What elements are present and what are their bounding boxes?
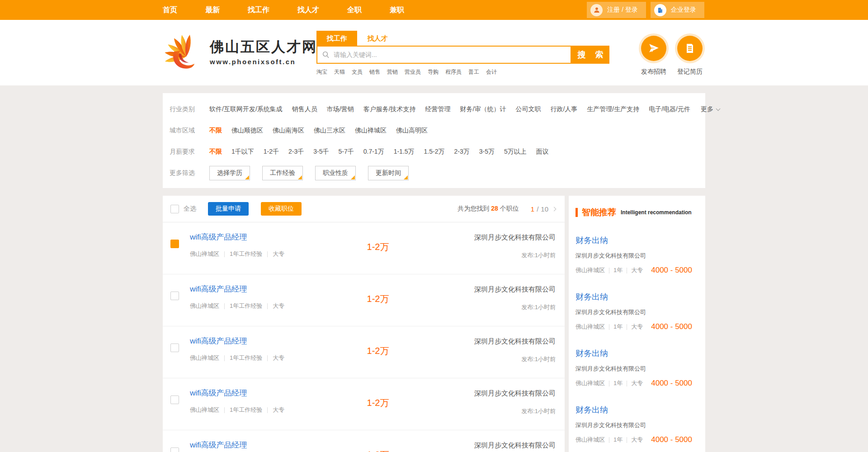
industry-filter-option[interactable]: 客户服务/技术支持 bbox=[363, 105, 416, 113]
recommended-job-company: 深圳月步文化科技有限公司 bbox=[576, 421, 698, 429]
site-logo[interactable]: 佛山五区人才网 www.phoenixsoft.cn bbox=[163, 31, 317, 72]
recommendation-subtitle: Intelligent recommendation bbox=[621, 209, 692, 216]
industry-filter-option[interactable]: 市场/营销 bbox=[327, 105, 354, 113]
job-list-item[interactable]: wifi高级产品经理 佛山禅城区 1年工作经验 大专 1-2万 深圳月步文化科技… bbox=[163, 378, 565, 430]
next-page-button[interactable] bbox=[552, 207, 557, 211]
job-checkbox[interactable] bbox=[170, 292, 179, 300]
tab-find-talent[interactable]: 找人才 bbox=[357, 31, 398, 46]
filter-dropdown[interactable]: 选择学历 bbox=[209, 166, 250, 180]
job-checkbox[interactable] bbox=[170, 396, 179, 404]
recommended-job-title[interactable]: 财务出纳 bbox=[576, 292, 608, 302]
job-experience: 1年工作经验 bbox=[230, 302, 262, 310]
salary-filter-option[interactable]: 1-2千 bbox=[264, 148, 279, 156]
recommended-job-title[interactable]: 财务出纳 bbox=[576, 348, 608, 359]
company-link[interactable]: 深圳月步文化科技有限公司 bbox=[474, 233, 556, 241]
industry-filter-option[interactable]: 行政/人事 bbox=[550, 105, 577, 113]
job-title-link[interactable]: wifi高级产品经理 bbox=[190, 233, 247, 241]
topnav-link[interactable]: 全职 bbox=[347, 5, 362, 15]
industry-filter-option[interactable]: 销售人员 bbox=[292, 105, 317, 113]
salary-filter-option[interactable]: 2-3千 bbox=[288, 148, 304, 156]
job-checkbox[interactable] bbox=[170, 447, 179, 452]
recommended-job-card[interactable]: 财务出纳 深圳月步文化科技有限公司 佛山禅城区 1年 大专 4000 - 500… bbox=[576, 405, 698, 444]
recommended-job-title[interactable]: 财务出纳 bbox=[576, 235, 608, 246]
salary-filter-option[interactable]: 1-1.5万 bbox=[394, 148, 415, 156]
company-link[interactable]: 深圳月步文化科技有限公司 bbox=[474, 285, 556, 293]
salary-filter-option[interactable]: 3-5万 bbox=[479, 148, 495, 156]
job-title-link[interactable]: wifi高级产品经理 bbox=[190, 441, 247, 449]
publish-job-button[interactable]: 发布招聘 bbox=[641, 33, 666, 76]
industry-filter-option[interactable]: 财务/审（统）计 bbox=[460, 105, 506, 113]
salary-filter-option[interactable]: 5万以上 bbox=[504, 148, 527, 156]
topnav-link[interactable]: 首页 bbox=[163, 5, 177, 15]
job-title-link[interactable]: wifi高级产品经理 bbox=[190, 337, 247, 345]
divider bbox=[224, 251, 225, 257]
hot-keyword-link[interactable]: 普工 bbox=[468, 68, 479, 76]
recommended-job-title[interactable]: 财务出纳 bbox=[576, 405, 608, 415]
topnav-link[interactable]: 找人才 bbox=[297, 5, 319, 15]
recommended-job-card[interactable]: 财务出纳 深圳月步文化科技有限公司 佛山禅城区 1年 大专 4000 - 500… bbox=[576, 348, 698, 388]
industry-filter-option[interactable]: 公司文职 bbox=[515, 105, 541, 113]
select-all-checkbox[interactable] bbox=[170, 205, 179, 213]
job-title-link[interactable]: wifi高级产品经理 bbox=[190, 389, 247, 397]
hot-keyword-link[interactable]: 程序员 bbox=[445, 68, 462, 76]
hot-keyword-link[interactable]: 营业员 bbox=[405, 68, 421, 76]
register-resume-button[interactable]: 登记简历 bbox=[677, 33, 703, 76]
company-login-button[interactable]: 企业登录 bbox=[651, 2, 704, 18]
industry-filter-option[interactable]: 生产管理/生产支持 bbox=[587, 105, 639, 113]
search-button[interactable]: 搜 索 bbox=[571, 46, 609, 64]
filter-dropdown[interactable]: 更新时间 bbox=[368, 166, 409, 180]
industry-filter-option[interactable]: 电子/电器/元件 bbox=[649, 105, 690, 113]
phoenix-logo-icon bbox=[163, 31, 203, 72]
salary-filter-option[interactable]: 面议 bbox=[536, 148, 549, 156]
topnav-link[interactable]: 找工作 bbox=[248, 5, 269, 15]
register-login-button[interactable]: 注册 / 登录 bbox=[587, 2, 646, 18]
filter-dropdown[interactable]: 工作经验 bbox=[262, 166, 303, 180]
salary-filter-option[interactable]: 3-5千 bbox=[313, 148, 329, 156]
job-list-item[interactable]: wifi高级产品经理 佛山禅城区 1年工作经验 大专 1-2万 深圳月步文化科技… bbox=[163, 430, 565, 452]
company-link[interactable]: 深圳月步文化科技有限公司 bbox=[474, 441, 556, 449]
topnav-link[interactable]: 最新 bbox=[205, 5, 220, 15]
corner-triangle-icon bbox=[351, 175, 355, 179]
salary-filter-option[interactable]: 不限 bbox=[209, 148, 222, 156]
hot-keyword-link[interactable]: 会计 bbox=[486, 68, 497, 76]
job-title-link[interactable]: wifi高级产品经理 bbox=[190, 285, 247, 293]
city-filter-option[interactable]: 佛山禅城区 bbox=[355, 127, 387, 135]
city-filter-option[interactable]: 佛山南海区 bbox=[273, 127, 304, 135]
job-list-item[interactable]: wifi高级产品经理 佛山禅城区 1年工作经验 大专 1-2万 深圳月步文化科技… bbox=[163, 274, 565, 326]
favorite-jobs-button[interactable]: 收藏职位 bbox=[261, 202, 302, 216]
hot-keyword-link[interactable]: 营销 bbox=[387, 68, 398, 76]
site-url: www.phoenixsoft.cn bbox=[210, 58, 317, 66]
job-checkbox[interactable] bbox=[170, 344, 179, 352]
city-filter-option[interactable]: 佛山顺德区 bbox=[231, 127, 263, 135]
industry-filter-option[interactable]: 软件/互联网开发/系统集成 bbox=[209, 105, 283, 113]
job-list-item[interactable]: wifi高级产品经理 佛山禅城区 1年工作经验 大专 1-2万 深圳月步文化科技… bbox=[163, 326, 565, 378]
topnav-link[interactable]: 兼职 bbox=[390, 5, 404, 15]
job-list-panel: 全选 批量申请 收藏职位 共为您找到28个职位 1 / 10 bbox=[163, 196, 565, 452]
company-link[interactable]: 深圳月步文化科技有限公司 bbox=[474, 337, 556, 345]
industry-filter-option[interactable]: 经营管理 bbox=[425, 105, 451, 113]
company-link[interactable]: 深圳月步文化科技有限公司 bbox=[474, 389, 556, 397]
recommended-job-card[interactable]: 财务出纳 深圳月步文化科技有限公司 佛山禅城区 1年 大专 4000 - 500… bbox=[576, 235, 698, 275]
recommended-job-card[interactable]: 财务出纳 深圳月步文化科技有限公司 佛山禅城区 1年 大专 4000 - 500… bbox=[576, 292, 698, 331]
job-list-item[interactable]: wifi高级产品经理 佛山禅城区 1年工作经验 大专 1-2万 深圳月步文化科技… bbox=[163, 222, 565, 274]
more-industries-link[interactable]: 更多 bbox=[701, 105, 720, 113]
city-filter-option[interactable]: 不限 bbox=[209, 127, 222, 135]
hot-keyword-link[interactable]: 销售 bbox=[369, 68, 380, 76]
salary-filter-option[interactable]: 1千以下 bbox=[231, 148, 254, 156]
job-checkbox[interactable] bbox=[170, 240, 179, 248]
tab-find-job[interactable]: 找工作 bbox=[316, 31, 357, 46]
salary-filter-option[interactable]: 0.7-1万 bbox=[363, 148, 384, 156]
salary-filter-option[interactable]: 5-7千 bbox=[339, 148, 354, 156]
hot-keyword-link[interactable]: 导购 bbox=[428, 68, 439, 76]
filter-dropdown[interactable]: 职业性质 bbox=[315, 166, 356, 180]
city-filter-option[interactable]: 佛山三水区 bbox=[314, 127, 345, 135]
main-navigation: 首页最新找工作找人才全职兼职 bbox=[163, 5, 404, 15]
salary-filter-option[interactable]: 1.5-2万 bbox=[424, 148, 445, 156]
city-filter-option[interactable]: 佛山高明区 bbox=[396, 127, 428, 135]
hot-keyword-link[interactable]: 淘宝 bbox=[316, 68, 327, 76]
hot-keyword-link[interactable]: 文员 bbox=[352, 68, 363, 76]
salary-filter-option[interactable]: 2-3万 bbox=[454, 148, 470, 156]
search-input[interactable] bbox=[334, 51, 566, 58]
hot-keyword-link[interactable]: 天猫 bbox=[334, 68, 345, 76]
batch-apply-button[interactable]: 批量申请 bbox=[208, 202, 249, 216]
